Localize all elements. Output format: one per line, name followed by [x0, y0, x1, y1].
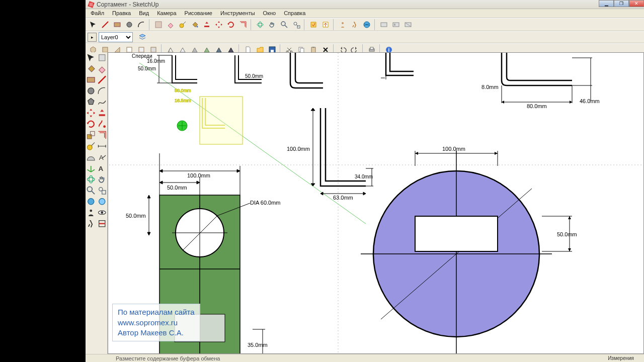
- tape-measure-icon[interactable]: [177, 19, 188, 30]
- scale-icon[interactable]: [86, 130, 97, 141]
- svg-text:50.0mm: 50.0mm: [245, 73, 263, 79]
- measure-label: Измерения: [608, 354, 634, 362]
- svg-rect-74: [415, 216, 498, 251]
- get-models-icon[interactable]: [308, 19, 319, 30]
- svg-text:16.0mm: 16.0mm: [147, 58, 165, 64]
- eraser-tool-icon[interactable]: [165, 19, 176, 30]
- menu-help[interactable]: Справка: [280, 9, 309, 18]
- title-bar: Сортамент - SketchUp ▁ ❐ ✕: [86, 0, 644, 9]
- drawing-canvas[interactable]: Спереди 50.0mm 16.0mm 50.0mm 16.5mm 50.0…: [108, 52, 644, 354]
- menu-window[interactable]: Окно: [259, 9, 280, 18]
- select-tool-icon[interactable]: [88, 19, 99, 30]
- zoom-extents-icon[interactable]: [291, 19, 302, 30]
- close-button[interactable]: ✕: [629, 0, 644, 7]
- rect-icon[interactable]: [86, 74, 97, 85]
- svg-text:100.0mm: 100.0mm: [287, 146, 310, 152]
- move-tool-icon[interactable]: [213, 19, 224, 30]
- rotate-icon[interactable]: [86, 119, 97, 130]
- menu-bar: Файл Правка Вид Камера Рисование Инструм…: [86, 9, 644, 18]
- layer-select[interactable]: Layer0: [99, 32, 133, 42]
- paint-icon[interactable]: [86, 63, 97, 74]
- svg-text:8.0mm: 8.0mm: [481, 84, 499, 90]
- svg-point-49: [99, 199, 105, 205]
- svg-rect-14: [381, 23, 387, 27]
- circle-icon[interactable]: [86, 85, 97, 97]
- menu-tools[interactable]: Инструменты: [216, 9, 259, 18]
- share-model-icon[interactable]: [320, 19, 331, 30]
- rectangle-tool-icon[interactable]: [112, 19, 123, 30]
- next-view-icon[interactable]: [97, 196, 108, 207]
- bracket-group-1: Спереди 50.0mm 16.0mm 50.0mm 16.5mm 50.0…: [132, 53, 263, 144]
- svg-point-5: [180, 24, 184, 28]
- menu-camera[interactable]: Камера: [153, 9, 180, 18]
- orbit-icon[interactable]: [86, 174, 97, 185]
- toolbar-layer: ▸ Layer0: [86, 31, 644, 43]
- svg-rect-19: [127, 47, 132, 52]
- extension3-icon[interactable]: [403, 19, 414, 30]
- menu-draw[interactable]: Рисование: [181, 9, 216, 18]
- text-icon[interactable]: A: [97, 152, 108, 163]
- svg-rect-1: [90, 3, 93, 6]
- menu-file[interactable]: Файл: [87, 9, 108, 18]
- svg-text:50.0mm: 50.0mm: [557, 231, 577, 237]
- tape-icon[interactable]: [86, 141, 97, 152]
- layer-manager-icon[interactable]: [137, 32, 148, 43]
- maximize-button[interactable]: ❐: [614, 0, 629, 7]
- orbit-tool-icon[interactable]: [255, 19, 266, 30]
- line-icon[interactable]: [97, 74, 108, 85]
- 3dtext-icon[interactable]: A: [97, 163, 108, 174]
- svg-text:100.0mm: 100.0mm: [442, 146, 465, 152]
- svg-point-6: [197, 26, 198, 28]
- svg-text:50.0mm: 50.0mm: [138, 66, 156, 71]
- offset-icon[interactable]: [97, 130, 108, 141]
- prev-view-icon[interactable]: [86, 196, 97, 207]
- rotate-tool-icon[interactable]: [225, 19, 236, 30]
- pan-icon[interactable]: [97, 174, 108, 185]
- walk-tool-icon[interactable]: [349, 19, 360, 30]
- arc-icon[interactable]: [97, 85, 108, 97]
- select-icon[interactable]: [86, 52, 97, 63]
- svg-point-44: [89, 176, 93, 184]
- zoom-tool-icon[interactable]: [279, 19, 290, 30]
- layer-arrow-icon[interactable]: ▸: [88, 33, 97, 42]
- look-around-icon[interactable]: [97, 207, 108, 218]
- minimize-button[interactable]: ▁: [599, 0, 614, 7]
- menu-view[interactable]: Вид: [135, 9, 153, 18]
- protractor-icon[interactable]: [86, 152, 97, 163]
- status-bar: Разместите содержание буфера обмена Изме…: [86, 354, 644, 362]
- menu-edit[interactable]: Правка: [108, 9, 135, 18]
- circle-tool-icon[interactable]: [124, 19, 135, 30]
- extension-icon[interactable]: [378, 19, 389, 30]
- svg-point-40: [87, 145, 92, 150]
- arc-tool-icon[interactable]: [136, 19, 147, 30]
- move-icon[interactable]: [86, 108, 97, 119]
- zoom-icon[interactable]: [86, 185, 97, 196]
- freehand-icon[interactable]: [97, 97, 108, 108]
- svg-point-36: [88, 88, 94, 94]
- paint-bucket-icon[interactable]: [189, 19, 200, 30]
- push-pull-icon[interactable]: [201, 19, 212, 30]
- person-icon[interactable]: [337, 19, 348, 30]
- globe-icon[interactable]: [361, 19, 372, 30]
- followme-icon[interactable]: [97, 119, 108, 130]
- walk-icon[interactable]: [86, 218, 97, 229]
- dimension-icon[interactable]: [97, 141, 108, 152]
- svg-point-50: [90, 210, 92, 212]
- extension2-icon[interactable]: [390, 19, 401, 30]
- svg-text:50.0mm: 50.0mm: [167, 185, 187, 191]
- eraser-icon[interactable]: [97, 63, 108, 74]
- line-tool-icon[interactable]: [100, 19, 111, 30]
- make-component-icon[interactable]: [153, 19, 164, 30]
- pushpull-icon[interactable]: [97, 108, 108, 119]
- component-icon[interactable]: [97, 52, 108, 63]
- pan-tool-icon[interactable]: [267, 19, 278, 30]
- svg-point-7: [257, 23, 263, 26]
- section-icon[interactable]: [97, 218, 108, 229]
- position-camera-icon[interactable]: [86, 207, 97, 218]
- svg-rect-34: [99, 55, 105, 61]
- zoomwin-icon[interactable]: [97, 185, 108, 196]
- svg-point-37: [103, 125, 106, 128]
- polygon-icon[interactable]: [86, 97, 97, 108]
- axes-icon[interactable]: [86, 163, 97, 174]
- offset-tool-icon[interactable]: [237, 19, 249, 30]
